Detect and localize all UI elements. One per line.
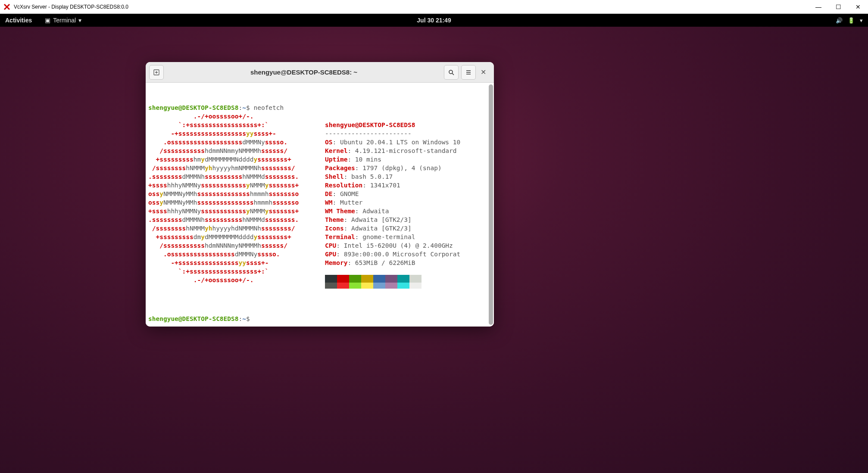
window-title: VcXsrv Server - Display DESKTOP-SC8EDS8:…	[14, 4, 128, 10]
chevron-down-icon[interactable]: ▾	[860, 17, 863, 24]
gnome-desktop: Activities ▣ Terminal ▾ Jul 30 21:49 🔊 🔋…	[0, 14, 868, 473]
color-palette-row2	[325, 283, 460, 289]
terminal-icon: ▣	[45, 17, 50, 24]
app-menu[interactable]: ▣ Terminal ▾	[45, 17, 81, 24]
scrollbar[interactable]	[489, 84, 493, 325]
neofetch-logo: .-/+oossssoo+/-. `:+ssssssssssssssssss+:…	[148, 112, 316, 297]
clock[interactable]: Jul 30 21:49	[417, 17, 451, 24]
windows-titlebar[interactable]: VcXsrv Server - Display DESKTOP-SC8EDS8:…	[0, 0, 868, 14]
close-button[interactable]: ✕	[848, 0, 868, 14]
gnome-topbar: Activities ▣ Terminal ▾ Jul 30 21:49 🔊 🔋…	[0, 14, 868, 27]
system-tray[interactable]: 🔊 🔋 ▾	[836, 17, 863, 24]
chevron-down-icon: ▾	[78, 17, 81, 24]
new-tab-button[interactable]	[149, 65, 164, 80]
battery-icon[interactable]: 🔋	[848, 17, 855, 24]
terminal-close-button[interactable]: ✕	[476, 65, 490, 80]
activities-button[interactable]: Activities	[5, 17, 32, 24]
command: neofetch	[253, 104, 284, 111]
prompt-path: ~	[242, 315, 246, 322]
terminal-window: shengyue@DESKTOP-SC8EDS8: ~ ✕ shengyue@D…	[146, 62, 494, 327]
prompt-path: ~	[242, 104, 246, 111]
volume-icon[interactable]: 🔊	[836, 17, 843, 24]
color-palette-row1	[325, 275, 460, 283]
menu-button[interactable]	[461, 65, 476, 80]
terminal-body[interactable]: shengyue@DESKTOP-SC8EDS8:~$ neofetch .-/…	[146, 83, 494, 327]
neofetch-info: shengyue@DESKTOP-SC8EDS8 ---------------…	[316, 112, 460, 297]
maximize-button[interactable]: ☐	[828, 0, 848, 14]
search-button[interactable]	[444, 65, 459, 80]
terminal-header[interactable]: shengyue@DESKTOP-SC8EDS8: ~ ✕	[146, 62, 494, 83]
terminal-title: shengyue@DESKTOP-SC8EDS8: ~	[164, 68, 444, 76]
prompt-user: shengyue@DESKTOP-SC8EDS8	[148, 104, 239, 111]
vcxsrv-icon	[3, 3, 10, 10]
prompt-user: shengyue@DESKTOP-SC8EDS8	[148, 315, 239, 322]
svg-point-1	[449, 70, 453, 74]
minimize-button[interactable]: —	[809, 0, 828, 14]
